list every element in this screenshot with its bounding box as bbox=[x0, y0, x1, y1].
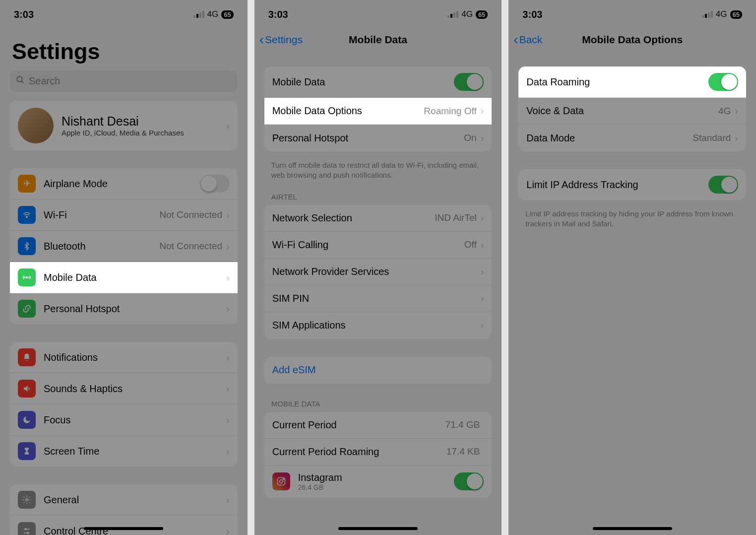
sliders-icon bbox=[18, 522, 36, 535]
profile-name: Nishant Desai bbox=[62, 114, 184, 129]
group-usage: Current Period 71.4 GB Current Period Ro… bbox=[264, 412, 492, 498]
group-carrier: Network Selection IND AirTel › Wi-Fi Cal… bbox=[264, 205, 492, 339]
chevron-right-icon: › bbox=[226, 120, 230, 132]
chevron-right-icon: › bbox=[481, 320, 484, 331]
chevron-right-icon: › bbox=[226, 494, 230, 506]
row-current-period[interactable]: Current Period 71.4 GB bbox=[264, 412, 492, 439]
battery-icon: 65 bbox=[730, 10, 742, 19]
chevron-left-icon: ‹ bbox=[513, 33, 518, 47]
page-title: Mobile Data Options bbox=[582, 34, 683, 46]
row-limit-ip[interactable]: Limit IP Address Tracking bbox=[518, 169, 746, 200]
chevron-right-icon: › bbox=[481, 105, 484, 117]
home-indicator[interactable] bbox=[84, 527, 163, 530]
instagram-icon bbox=[272, 472, 290, 490]
mobile-data-toggle[interactable] bbox=[454, 73, 484, 91]
status-icons: 4G 65 bbox=[193, 9, 234, 19]
chevron-right-icon: › bbox=[226, 303, 230, 315]
row-notifications[interactable]: Notifications › bbox=[10, 342, 238, 373]
svg-point-0 bbox=[17, 76, 22, 82]
group-ip-tracking: Limit IP Address Tracking bbox=[518, 169, 746, 200]
row-sim-apps[interactable]: SIM Applications › bbox=[264, 312, 492, 339]
status-time: 3:03 bbox=[522, 9, 542, 20]
back-button[interactable]: ‹ Back bbox=[513, 33, 542, 47]
chevron-right-icon: › bbox=[226, 414, 230, 426]
search-placeholder: Search bbox=[29, 75, 60, 87]
network-label: 4G bbox=[207, 9, 219, 19]
screen-settings: 3:03 4G 65 Settings Search Nishant Desai… bbox=[0, 0, 248, 535]
group-notifications: Notifications › Sounds & Haptics › Focus… bbox=[10, 342, 238, 467]
row-provider-services[interactable]: Network Provider Services › bbox=[264, 259, 492, 285]
antenna-icon bbox=[18, 268, 36, 286]
chevron-right-icon: › bbox=[226, 272, 230, 283]
row-app-instagram[interactable]: Instagram 26.4 GB bbox=[264, 466, 492, 498]
signal-icon bbox=[193, 11, 204, 18]
svg-point-6 bbox=[25, 529, 26, 530]
bell-icon bbox=[18, 348, 36, 366]
profile-card[interactable]: Nishant Desai Apple ID, iCloud, Media & … bbox=[10, 101, 238, 150]
home-indicator[interactable] bbox=[338, 527, 418, 530]
row-focus[interactable]: Focus › bbox=[10, 404, 238, 436]
back-button[interactable]: ‹ Settings bbox=[259, 33, 303, 47]
roaming-toggle[interactable] bbox=[708, 73, 738, 91]
svg-point-8 bbox=[27, 532, 29, 534]
status-bar: 3:03 4G 65 bbox=[508, 0, 756, 27]
row-mobile-data-options[interactable]: Mobile Data Options Roaming Off › bbox=[264, 98, 492, 125]
svg-point-2 bbox=[26, 216, 28, 218]
status-icons: 4G 65 bbox=[702, 9, 742, 19]
group-connectivity: ✈ Airplane Mode Wi-Fi Not Connected › Bl… bbox=[10, 168, 238, 324]
nav-bar: ‹ Back Mobile Data Options bbox=[508, 27, 756, 53]
app-toggle[interactable] bbox=[454, 472, 484, 490]
status-bar: 3:03 4G 65 bbox=[254, 0, 502, 27]
row-voice-data[interactable]: Voice & Data 4G › bbox=[518, 98, 746, 125]
link-icon bbox=[18, 300, 36, 318]
row-add-esim[interactable]: Add eSIM bbox=[264, 357, 492, 384]
row-wifi-calling[interactable]: Wi-Fi Calling Off › bbox=[264, 232, 492, 259]
search-icon bbox=[16, 75, 25, 87]
row-sounds[interactable]: Sounds & Haptics › bbox=[10, 373, 238, 404]
chevron-right-icon: › bbox=[226, 383, 230, 395]
home-indicator[interactable] bbox=[593, 527, 672, 530]
hourglass-icon bbox=[18, 442, 36, 460]
battery-icon: 65 bbox=[476, 10, 488, 19]
row-current-roaming[interactable]: Current Period Roaming 17.4 KB bbox=[264, 439, 492, 466]
battery-icon: 65 bbox=[221, 10, 233, 19]
row-data-roaming[interactable]: Data Roaming bbox=[518, 67, 746, 98]
row-hotspot[interactable]: Personal Hotspot › bbox=[10, 293, 238, 324]
row-control-centre[interactable]: Control Centre › bbox=[10, 516, 238, 535]
chevron-right-icon: › bbox=[481, 266, 484, 277]
screen-mobile-data-options: 3:03 4G 65 ‹ Back Mobile Data Options Da… bbox=[508, 0, 756, 535]
status-time: 3:03 bbox=[14, 9, 34, 20]
chevron-right-icon: › bbox=[481, 293, 484, 304]
signal-icon bbox=[447, 11, 458, 18]
row-wifi[interactable]: Wi-Fi Not Connected › bbox=[10, 200, 238, 231]
row-network-selection[interactable]: Network Selection IND AirTel › bbox=[264, 205, 492, 232]
group-footer: Turn off mobile data to restrict all dat… bbox=[254, 155, 502, 181]
svg-line-1 bbox=[21, 81, 23, 83]
row-personal-hotspot[interactable]: Personal Hotspot On › bbox=[264, 125, 492, 151]
chevron-right-icon: › bbox=[226, 446, 230, 457]
search-input[interactable]: Search bbox=[10, 70, 238, 92]
svg-point-10 bbox=[279, 480, 283, 483]
signal-icon bbox=[702, 11, 713, 18]
group-main: Mobile Data Mobile Data Options Roaming … bbox=[264, 67, 492, 151]
airplane-toggle[interactable] bbox=[200, 175, 230, 193]
group-footer: Limit IP address tracking by hiding your… bbox=[508, 204, 756, 229]
row-airplane[interactable]: ✈ Airplane Mode bbox=[10, 168, 238, 200]
row-bluetooth[interactable]: Bluetooth Not Connected › bbox=[10, 231, 238, 262]
moon-icon bbox=[18, 411, 36, 429]
wifi-icon bbox=[18, 206, 36, 224]
chevron-right-icon: › bbox=[226, 352, 230, 363]
gear-icon bbox=[18, 491, 36, 509]
row-screentime[interactable]: Screen Time › bbox=[10, 436, 238, 467]
group-options: Data Roaming Voice & Data 4G › Data Mode… bbox=[518, 67, 746, 151]
avatar bbox=[18, 108, 54, 143]
row-general[interactable]: General › bbox=[10, 484, 238, 516]
chevron-right-icon: › bbox=[735, 105, 738, 117]
row-mobile-data-toggle[interactable]: Mobile Data bbox=[264, 67, 492, 98]
status-time: 3:03 bbox=[268, 9, 288, 20]
limit-ip-toggle[interactable] bbox=[708, 176, 738, 194]
row-sim-pin[interactable]: SIM PIN › bbox=[264, 285, 492, 312]
row-mobile-data[interactable]: Mobile Data › bbox=[10, 262, 238, 293]
row-data-mode[interactable]: Data Mode Standard › bbox=[518, 125, 746, 151]
screen-mobile-data: 3:03 4G 65 ‹ Settings Mobile Data Mobile… bbox=[254, 0, 502, 535]
